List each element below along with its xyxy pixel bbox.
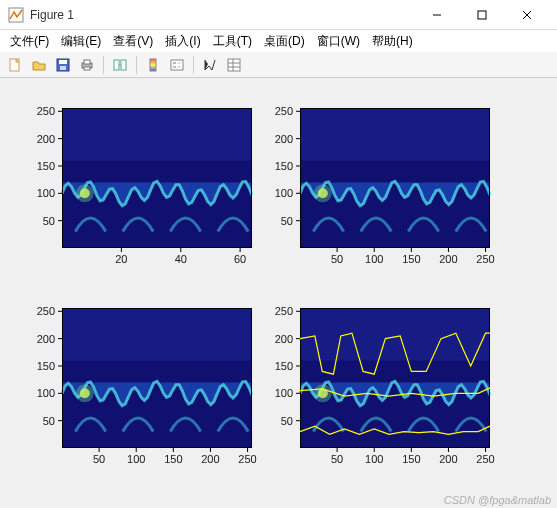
menu-help[interactable]: 帮助(H) — [366, 31, 419, 52]
svg-text:250: 250 — [37, 305, 55, 317]
menu-desktop[interactable]: 桌面(D) — [258, 31, 311, 52]
svg-rect-10 — [84, 60, 90, 64]
svg-rect-13 — [121, 60, 126, 70]
subplot-4[interactable]: 5010015020025050100150200250 — [300, 308, 490, 468]
figure-canvas: 20406050100150200250 5010015020025050100… — [0, 78, 557, 508]
svg-text:20: 20 — [115, 253, 127, 265]
svg-rect-2 — [478, 11, 486, 19]
window-title: Figure 1 — [30, 8, 414, 22]
svg-text:200: 200 — [201, 453, 219, 465]
svg-text:100: 100 — [37, 187, 55, 199]
watermark: CSDN @fpga&matlab — [444, 494, 551, 506]
svg-text:150: 150 — [164, 453, 182, 465]
subplot-3[interactable]: 5010015020025050100150200250 — [62, 308, 252, 468]
edit-plot-button[interactable] — [199, 54, 221, 76]
open-button[interactable] — [28, 54, 50, 76]
minimize-button[interactable] — [414, 0, 459, 30]
svg-rect-16 — [171, 60, 183, 70]
subplot-2[interactable]: 5010015020025050100150200250 — [300, 108, 490, 268]
svg-rect-28 — [62, 108, 252, 161]
insert-legend-button[interactable] — [166, 54, 188, 76]
toolbar-separator — [136, 56, 137, 74]
svg-point-48 — [314, 184, 332, 202]
toolbar-separator — [193, 56, 194, 74]
svg-text:100: 100 — [37, 387, 55, 399]
svg-text:150: 150 — [37, 160, 55, 172]
open-property-inspector-button[interactable] — [223, 54, 245, 76]
svg-text:200: 200 — [275, 133, 293, 145]
svg-point-73 — [76, 384, 94, 402]
svg-text:200: 200 — [439, 453, 457, 465]
svg-rect-74 — [62, 308, 252, 361]
svg-rect-12 — [114, 60, 119, 70]
insert-colorbar-button[interactable] — [142, 54, 164, 76]
link-axes-button[interactable] — [109, 54, 131, 76]
svg-text:100: 100 — [365, 453, 383, 465]
svg-text:50: 50 — [43, 415, 55, 427]
menu-window[interactable]: 窗口(W) — [311, 31, 366, 52]
menu-insert[interactable]: 插入(I) — [159, 31, 206, 52]
svg-text:200: 200 — [275, 333, 293, 345]
svg-text:150: 150 — [402, 253, 420, 265]
svg-text:250: 250 — [476, 253, 494, 265]
maximize-button[interactable] — [459, 0, 504, 30]
svg-text:150: 150 — [275, 360, 293, 372]
svg-point-27 — [76, 184, 94, 202]
svg-text:40: 40 — [175, 253, 187, 265]
svg-text:50: 50 — [281, 415, 293, 427]
menu-file[interactable]: 文件(F) — [4, 31, 55, 52]
svg-text:150: 150 — [275, 160, 293, 172]
svg-text:50: 50 — [331, 453, 343, 465]
svg-text:150: 150 — [402, 453, 420, 465]
svg-rect-49 — [300, 108, 490, 161]
svg-text:250: 250 — [275, 105, 293, 117]
svg-text:50: 50 — [93, 453, 105, 465]
svg-text:200: 200 — [439, 253, 457, 265]
print-button[interactable] — [76, 54, 98, 76]
svg-rect-99 — [300, 308, 490, 361]
svg-text:250: 250 — [238, 453, 256, 465]
svg-text:50: 50 — [281, 215, 293, 227]
menu-view[interactable]: 查看(V) — [107, 31, 159, 52]
svg-text:200: 200 — [37, 333, 55, 345]
svg-rect-11 — [84, 67, 90, 70]
svg-point-98 — [314, 384, 332, 402]
svg-text:250: 250 — [37, 105, 55, 117]
svg-rect-15 — [150, 59, 156, 71]
svg-text:50: 50 — [43, 215, 55, 227]
svg-text:250: 250 — [275, 305, 293, 317]
new-figure-button[interactable] — [4, 54, 26, 76]
save-button[interactable] — [52, 54, 74, 76]
svg-rect-7 — [59, 60, 67, 64]
svg-text:150: 150 — [37, 360, 55, 372]
svg-rect-8 — [60, 66, 66, 70]
menubar: 文件(F) 编辑(E) 查看(V) 插入(I) 工具(T) 桌面(D) 窗口(W… — [0, 30, 557, 52]
menu-edit[interactable]: 编辑(E) — [55, 31, 107, 52]
toolbar — [0, 52, 557, 78]
svg-text:100: 100 — [275, 187, 293, 199]
titlebar: Figure 1 — [0, 0, 557, 30]
matlab-figure-icon — [8, 7, 24, 23]
svg-text:250: 250 — [476, 453, 494, 465]
menu-tools[interactable]: 工具(T) — [207, 31, 258, 52]
svg-text:200: 200 — [37, 133, 55, 145]
svg-text:100: 100 — [365, 253, 383, 265]
svg-text:50: 50 — [331, 253, 343, 265]
toolbar-separator — [103, 56, 104, 74]
svg-text:100: 100 — [275, 387, 293, 399]
subplot-1[interactable]: 20406050100150200250 — [62, 108, 252, 268]
svg-text:60: 60 — [234, 253, 246, 265]
close-button[interactable] — [504, 0, 549, 30]
svg-text:100: 100 — [127, 453, 145, 465]
svg-rect-21 — [228, 59, 240, 71]
